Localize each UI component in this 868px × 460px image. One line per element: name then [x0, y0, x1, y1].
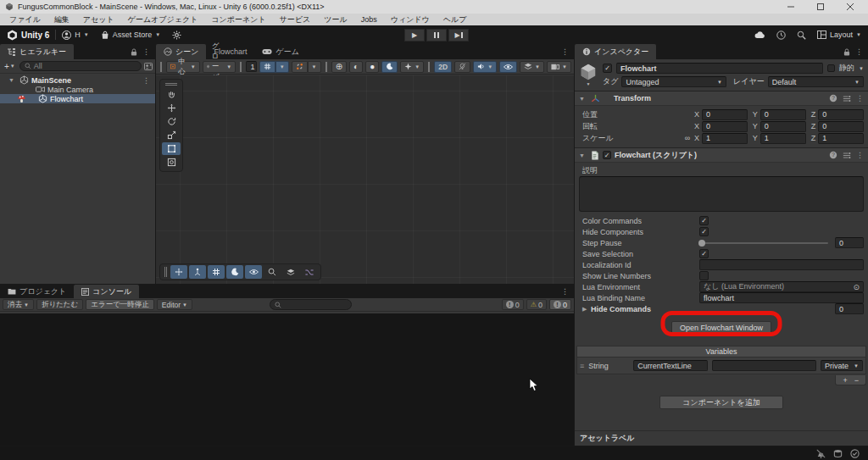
- menu-window[interactable]: ウィンドウ: [384, 14, 437, 25]
- foldout-icon[interactable]: ▶: [582, 306, 591, 313]
- orientation-button[interactable]: グローバル ▼: [203, 61, 236, 73]
- variable-value-field[interactable]: [712, 360, 816, 371]
- drag-handle-icon[interactable]: ≡: [580, 362, 584, 370]
- variable-name-field[interactable]: CurrentTextLine: [633, 360, 708, 371]
- error-pause-toggle[interactable]: エラーで一時停止: [86, 299, 154, 310]
- effects-dropdown[interactable]: ▼: [400, 61, 424, 73]
- save-selection-checkbox[interactable]: ✓: [699, 249, 709, 258]
- code-optimization-icon[interactable]: [850, 449, 860, 458]
- grid-snap-toggle[interactable]: [259, 61, 275, 73]
- position-z-field[interactable]: 0: [818, 109, 864, 120]
- foldout-icon[interactable]: ▼: [579, 152, 587, 158]
- menu-edit[interactable]: 編集: [47, 14, 76, 25]
- help-icon[interactable]: ?: [829, 94, 837, 103]
- scene-lighting-off-toggle[interactable]: [454, 61, 470, 73]
- slider-knob[interactable]: [698, 240, 705, 247]
- scale-z-field[interactable]: 1: [818, 133, 864, 144]
- scale-y-field[interactable]: 1: [760, 133, 806, 144]
- menu-help[interactable]: ヘルプ: [437, 14, 474, 25]
- move-tool[interactable]: [162, 102, 181, 114]
- add-variable-button[interactable]: +: [843, 376, 847, 385]
- component-menu-icon[interactable]: ⋮: [856, 94, 864, 103]
- position-y-field[interactable]: 0: [760, 109, 806, 120]
- asset-labels-section[interactable]: アセットラベル: [575, 430, 868, 446]
- component-menu-icon[interactable]: ⋮: [856, 151, 864, 159]
- editor-dropdown[interactable]: Editor ▼: [157, 299, 192, 310]
- open-flowchart-window-button[interactable]: Open Flowchart Window: [671, 321, 771, 335]
- tab-console[interactable]: コンソール: [74, 285, 139, 298]
- console-log-area[interactable]: [0, 313, 574, 446]
- search-button[interactable]: [797, 30, 806, 40]
- menu-services[interactable]: サービス: [273, 14, 318, 25]
- pause-button[interactable]: [426, 29, 447, 42]
- add-component-button[interactable]: コンポーネントを追加: [659, 396, 783, 409]
- camera-view-dropdown[interactable]: ▼: [547, 61, 571, 73]
- lighting-toggle[interactable]: [381, 61, 398, 73]
- lua-binding-name-field[interactable]: flowchart: [699, 292, 864, 303]
- grid-size-field[interactable]: 1: [246, 61, 256, 72]
- gizmos-toggle[interactable]: ⊕: [331, 61, 347, 73]
- menu-component[interactable]: コンポーネント: [204, 14, 272, 25]
- cloud-button[interactable]: [754, 30, 765, 39]
- foldout-icon[interactable]: ▼: [8, 77, 17, 83]
- increment-snap-button[interactable]: [292, 61, 308, 73]
- notifications-muted-icon[interactable]: [816, 449, 826, 458]
- scene-canvas[interactable]: [156, 75, 574, 284]
- gameobject-name-field[interactable]: Flowchart: [616, 63, 823, 74]
- tab-inspector[interactable]: インスペクター: [575, 44, 656, 59]
- shaded-mode-button[interactable]: ◐: [349, 61, 363, 73]
- menu-gameobject[interactable]: ゲームオブジェクト: [121, 14, 205, 25]
- toolbar-drag-handle[interactable]: [160, 62, 162, 72]
- localization-id-field[interactable]: [699, 259, 864, 270]
- tag-dropdown[interactable]: Untagged ▼: [621, 76, 726, 87]
- tab-hierarchy[interactable]: ヒエラルキー: [0, 44, 74, 59]
- grid-snap-dropdown[interactable]: ▼: [275, 61, 289, 73]
- pivot-mode-button[interactable]: 中心 ▼: [166, 61, 199, 73]
- variable-row[interactable]: ≡ String CurrentTextLine Private ▼: [580, 359, 863, 372]
- scene-menu-icon[interactable]: ⋮: [561, 47, 569, 56]
- position-x-field[interactable]: 0: [702, 109, 748, 120]
- search-filter-icon[interactable]: [144, 63, 153, 70]
- menu-file[interactable]: ファイル: [3, 14, 47, 25]
- layers-dropdown[interactable]: ▼: [520, 61, 544, 73]
- console-menu-icon[interactable]: ⋮: [561, 287, 569, 296]
- help-icon[interactable]: ?: [829, 151, 837, 159]
- visibility-toggle[interactable]: [499, 61, 517, 73]
- presets-icon[interactable]: [843, 95, 851, 103]
- overlay-search-button[interactable]: [264, 265, 281, 279]
- hide-commands-field[interactable]: 0: [835, 303, 864, 314]
- preferences-button[interactable]: [172, 30, 181, 40]
- color-commands-checkbox[interactable]: ✓: [699, 216, 709, 225]
- close-button[interactable]: [837, 1, 863, 13]
- rect-tool[interactable]: [162, 142, 181, 155]
- show-line-numbers-checkbox[interactable]: [699, 271, 709, 280]
- remove-variable-button[interactable]: −: [854, 376, 859, 385]
- overlay-move-button[interactable]: [170, 265, 187, 279]
- overlay-shuffle-button[interactable]: [301, 265, 318, 279]
- transform-header[interactable]: ▼ Transform ? ⋮: [575, 91, 868, 106]
- info-count-toggle[interactable]: ! 0: [502, 299, 524, 310]
- static-dropdown-icon[interactable]: ▼: [859, 66, 864, 71]
- minimize-button[interactable]: [778, 1, 804, 13]
- hide-components-checkbox[interactable]: ✓: [699, 227, 709, 236]
- scale-tool[interactable]: [162, 129, 181, 141]
- collapse-toggle[interactable]: 折りたたむ: [36, 299, 83, 310]
- hierarchy-menu-icon[interactable]: ⋮: [142, 47, 150, 56]
- menu-tools[interactable]: ツール: [317, 14, 353, 25]
- audio-toggle[interactable]: ▼: [473, 61, 497, 73]
- cache-server-icon[interactable]: [833, 449, 843, 458]
- static-checkbox[interactable]: [827, 64, 835, 72]
- hierarchy-item-main-camera[interactable]: Main Camera: [0, 85, 155, 94]
- scene-menu-icon[interactable]: ⋮: [142, 76, 155, 85]
- menu-assets[interactable]: アセット: [76, 14, 121, 25]
- overlay-orientation-button[interactable]: [189, 265, 206, 279]
- asset-store-menu[interactable]: Asset Store ▼: [101, 30, 160, 40]
- rotation-z-field[interactable]: 0: [818, 121, 864, 132]
- warning-count-toggle[interactable]: ⚠ 0: [526, 299, 547, 310]
- foldout-icon[interactable]: ▼: [579, 96, 587, 102]
- hierarchy-search-input[interactable]: All: [19, 61, 142, 71]
- 2d-toggle[interactable]: 2D: [434, 61, 452, 73]
- step-pause-field[interactable]: 0: [835, 237, 864, 248]
- step-button[interactable]: ▶: [448, 29, 469, 42]
- tab-game[interactable]: ゲーム: [254, 44, 306, 59]
